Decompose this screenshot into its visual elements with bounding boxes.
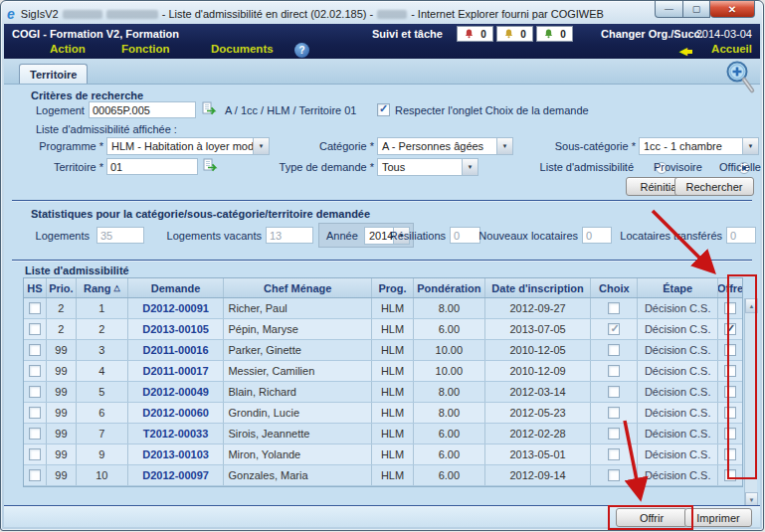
choix-checkbox [608, 386, 620, 398]
date-inscription-cell: 2012-03-14 [485, 382, 592, 402]
logement-input[interactable] [89, 101, 196, 118]
dropdown-arrow-icon[interactable]: ▼ [462, 159, 478, 175]
offre-checkbox[interactable] [724, 407, 736, 419]
divider [12, 260, 752, 262]
offre-checkbox[interactable] [724, 344, 736, 356]
offre-checkbox[interactable] [724, 448, 736, 460]
hs-checkbox[interactable] [29, 407, 41, 419]
column-header-chef-m-nage[interactable]: Chef Ménage [224, 278, 372, 297]
offre-checkbox[interactable] [724, 323, 736, 335]
accueil-link[interactable]: Accueil [711, 43, 752, 55]
chef-menage-cell: Richer, Paul [224, 298, 372, 318]
column-header-prog-[interactable]: Prog. [372, 278, 414, 297]
demande-link[interactable]: D2012-00091 [128, 298, 225, 318]
table-row: 99 5 D2012-00049 Blain, Richard HLM 8.00… [24, 382, 742, 403]
sous-categorie-value: 1cc - 1 chambre [640, 138, 742, 154]
programme-select[interactable]: HLM - Habitation à loyer modique▼ [106, 137, 270, 155]
minimize-button[interactable]: — [655, 1, 683, 18]
column-header--tape[interactable]: Étape [638, 278, 718, 297]
demande-link[interactable]: D2011-00016 [128, 340, 225, 360]
imprimer-button[interactable]: Imprimer [684, 508, 752, 527]
vacants-field [266, 227, 313, 244]
column-header-choix[interactable]: Choix [591, 278, 638, 297]
territoire-input[interactable] [106, 158, 198, 175]
back-arrow-icon[interactable]: ◀ [679, 45, 692, 58]
zoom-magnifier-icon[interactable] [725, 60, 757, 99]
column-header-demande[interactable]: Demande [128, 278, 225, 297]
column-header-rang[interactable]: Rang△ [77, 278, 128, 297]
column-header-offre[interactable]: Offre [718, 278, 742, 297]
offre-checkbox[interactable] [724, 365, 736, 377]
hs-checkbox[interactable] [29, 344, 41, 356]
dropdown-arrow-icon[interactable]: ▼ [253, 138, 269, 154]
demande-link[interactable]: D2011-00017 [128, 361, 225, 381]
offre-checkbox[interactable] [724, 428, 736, 440]
etape-cell: Décision C.S. [638, 403, 718, 423]
column-header-date-d-inscription[interactable]: Date d'inscription [485, 278, 592, 297]
suivi-label: Suivi et tâche [372, 28, 443, 40]
offre-checkbox[interactable] [724, 302, 736, 314]
demande-link[interactable]: D2013-00105 [128, 319, 225, 339]
dropdown-arrow-icon[interactable]: ▼ [496, 138, 512, 154]
etape-cell: Décision C.S. [638, 361, 718, 381]
hs-checkbox[interactable] [29, 386, 41, 398]
column-header-hs[interactable]: HS [24, 278, 47, 297]
type-demande-select[interactable]: Tous▼ [377, 158, 478, 176]
hs-checkbox[interactable] [29, 428, 41, 440]
help-icon[interactable]: ? [294, 43, 309, 58]
rechercher-button[interactable]: Rechercher [674, 177, 754, 196]
rang-cell: 6 [77, 403, 128, 423]
prio-cell: 2 [47, 298, 77, 318]
demande-link[interactable]: D2013-00103 [128, 444, 225, 464]
logements-label: Logements [4, 230, 90, 242]
hs-checkbox[interactable] [29, 448, 41, 460]
table-scrollbar[interactable]: ▲ ▼ [744, 298, 757, 507]
choix-checkbox [608, 448, 620, 460]
radio-provisoire-label: Provisoire [654, 161, 702, 173]
demande-link[interactable]: T2012-00033 [128, 424, 225, 443]
categorie-select[interactable]: A - Personnes âgées▼ [377, 137, 513, 155]
window-controls: — ▢ ✕ [655, 1, 755, 18]
lookup-icon[interactable] [203, 158, 218, 176]
criteria-section-title: Critères de recherche [31, 89, 143, 101]
column-header-prio-[interactable]: Prio. [47, 278, 77, 297]
demande-link[interactable]: D2012-00097 [128, 465, 225, 485]
choix-checkbox [608, 365, 620, 377]
chef-menage-cell: Sirois, Jeannette [224, 424, 372, 443]
offre-checkbox[interactable] [724, 386, 736, 398]
menu-fonction[interactable]: Fonction [121, 43, 170, 55]
rang-cell: 1 [77, 298, 128, 318]
prog-cell: HLM [372, 403, 414, 423]
notification-counter[interactable]: 0 [496, 26, 533, 42]
hs-checkbox[interactable] [29, 365, 41, 377]
tab-territoire[interactable]: Territoire [19, 64, 88, 84]
date-inscription-cell: 2012-09-27 [485, 298, 592, 318]
hs-checkbox[interactable] [29, 469, 41, 481]
programme-label: Programme * [4, 140, 103, 152]
hs-checkbox[interactable] [29, 302, 41, 314]
programme-value: HLM - Habitation à loyer modique [107, 138, 253, 154]
offre-checkbox[interactable] [724, 469, 736, 481]
type-demande-label: Type de demande * [273, 161, 374, 173]
column-header-pond-ration[interactable]: Pondération [414, 278, 485, 297]
lookup-icon[interactable] [202, 101, 217, 119]
ponderation-cell: 6.00 [414, 424, 485, 443]
offrir-button[interactable]: Offrir [616, 508, 687, 527]
bell-icon [466, 30, 473, 37]
changer-org-link[interactable]: Changer Org./Succ. [601, 28, 703, 40]
vacants-label: Logements vacants [158, 230, 262, 242]
maximize-button[interactable]: ▢ [683, 1, 710, 18]
scroll-up-icon[interactable]: ▲ [745, 298, 758, 313]
hs-checkbox[interactable] [29, 323, 41, 335]
close-button[interactable]: ✕ [710, 1, 755, 18]
demande-link[interactable]: D2012-00049 [128, 382, 225, 402]
notification-counter[interactable]: 0 [536, 26, 573, 42]
respect-checkbox[interactable] [377, 103, 390, 116]
notification-counter[interactable]: 0 [457, 26, 493, 42]
menu-documents[interactable]: Documents [211, 43, 274, 55]
redacted-text [106, 10, 158, 19]
dropdown-arrow-icon[interactable]: ▼ [742, 138, 758, 154]
sous-categorie-select[interactable]: 1cc - 1 chambre▼ [639, 137, 759, 155]
menu-action[interactable]: Action [50, 43, 86, 55]
demande-link[interactable]: D2012-00060 [128, 403, 225, 423]
